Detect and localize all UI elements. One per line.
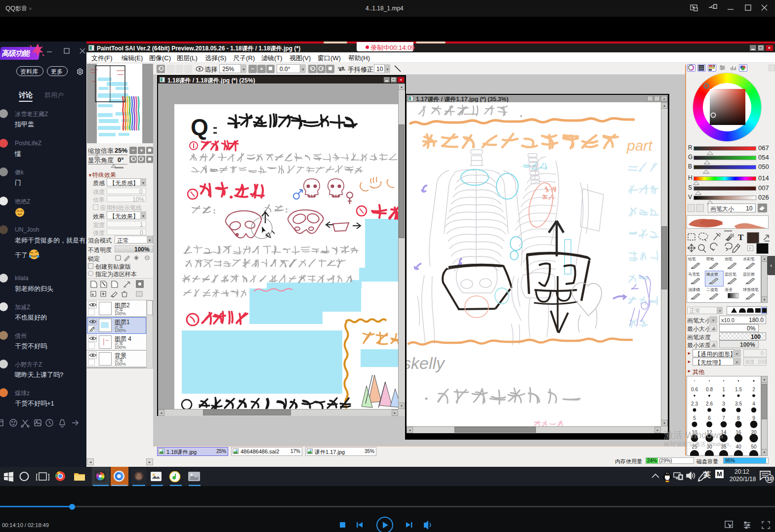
- svg-text:9: 9: [752, 415, 755, 421]
- svg-text:0.6: 0.6: [691, 387, 698, 392]
- svg-text:4: 4: [752, 401, 755, 407]
- svg-text:3: 3: [722, 401, 725, 407]
- svg-text:2.6: 2.6: [706, 401, 713, 407]
- svg-text:0.8: 0.8: [706, 387, 713, 392]
- svg-text:Q: Q: [191, 114, 208, 140]
- svg-text:7: 7: [722, 415, 725, 421]
- svg-text:1: 1: [722, 387, 725, 392]
- svg-text:part: part: [626, 137, 653, 154]
- svg-text:6: 6: [708, 415, 711, 421]
- svg-text:50: 50: [751, 444, 757, 450]
- svg-text:2: 2: [752, 387, 755, 392]
- svg-text:8: 8: [737, 415, 740, 421]
- svg-text:skelly: skelly: [407, 354, 446, 372]
- svg-text:1.5: 1.5: [735, 387, 742, 392]
- svg-text:10: 10: [767, 476, 773, 482]
- svg-text:5: 5: [693, 415, 696, 421]
- svg-text:3.5: 3.5: [735, 401, 742, 407]
- svg-text:2.3: 2.3: [691, 401, 698, 407]
- svg-text:40: 40: [735, 444, 741, 450]
- svg-text:T: T: [738, 233, 744, 242]
